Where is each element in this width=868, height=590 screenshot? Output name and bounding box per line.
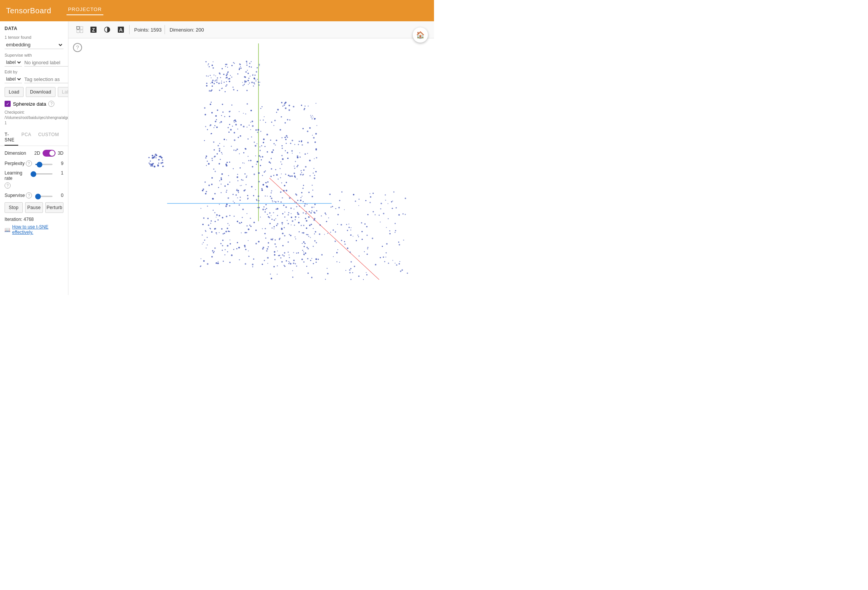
learning-rate-slider-wrap <box>30 170 53 176</box>
app-header: TensorBoard PROJECTOR <box>0 0 434 21</box>
embedding-select[interactable]: embedding <box>5 41 63 49</box>
text-label-icon[interactable]: A <box>116 24 126 35</box>
perplexity-slider[interactable] <box>35 164 53 165</box>
supervise-control: Supervise ? 0 <box>5 192 63 198</box>
tab-custom[interactable]: CUSTOM <box>38 130 63 146</box>
supervise-help-icon[interactable]: ? <box>26 192 32 198</box>
perturb-button[interactable]: Perturb <box>45 202 63 213</box>
supervise-select[interactable]: label <box>5 59 22 67</box>
svg-text:A: A <box>119 27 123 33</box>
night-mode-icon[interactable]: Z <box>88 24 99 35</box>
dimension-toggle[interactable] <box>43 150 55 157</box>
toggle-knob <box>49 151 55 156</box>
points-info: Points: 1593 <box>134 27 162 33</box>
learning-rate-control: Learning rate ? 1 <box>5 170 63 189</box>
dimension-info: Dimension: 200 <box>169 27 204 33</box>
supervise-tsne-value: 0 <box>56 193 63 198</box>
sphereize-checkbox[interactable]: ✓ <box>5 101 11 107</box>
learning-rate-value: 1 <box>56 170 63 176</box>
perplexity-value: 9 <box>56 161 63 166</box>
help-link-text[interactable]: How to use t-SNE effectively. <box>12 224 63 235</box>
canvas-area[interactable]: ? <box>68 38 434 292</box>
book-icon: 📖 <box>5 227 10 232</box>
toolbar: Z A Points: 1593 Dimension: 200 <box>68 21 434 38</box>
dimension-label: Dimension <box>5 151 34 156</box>
svg-text:Z: Z <box>92 27 95 33</box>
svg-rect-3 <box>80 30 83 33</box>
supervise-slider[interactable] <box>35 196 53 197</box>
main-area: Z A Points: 1593 Dimension: 200 <box>68 21 434 295</box>
checkpoint-text: Checkpoint: /Volumes/root/baidu/qec/shen… <box>5 110 63 126</box>
perplexity-label-row: Perplexity ? <box>5 160 32 167</box>
stop-button[interactable]: Stop <box>5 202 23 213</box>
half-circle-icon[interactable] <box>102 24 112 35</box>
tsne-help-link[interactable]: 📖 How to use t-SNE effectively. <box>5 224 63 235</box>
svg-rect-1 <box>80 27 83 29</box>
perplexity-slider-wrap <box>35 161 53 166</box>
sidebar: DATA 1 tensor found embedding Supervise … <box>0 21 68 295</box>
learning-rate-slider[interactable] <box>30 173 53 174</box>
perplexity-control: Perplexity ? 9 <box>5 160 63 167</box>
sphereize-label: Sphereize data <box>13 101 46 107</box>
toolbar-divider <box>129 25 130 34</box>
perplexity-help-icon[interactable]: ? <box>26 160 32 167</box>
supervise-tsne-label-row: Supervise ? <box>5 192 32 198</box>
edit-by-label: Edit by <box>5 70 63 74</box>
home-button[interactable]: 🏠 <box>413 27 428 43</box>
learning-rate-label-row: Learning rate ? <box>5 170 27 189</box>
tsne-action-buttons: Stop Pause Perturb <box>5 202 63 213</box>
app-title: TensorBoard <box>6 6 51 15</box>
download-button[interactable]: Download <box>26 87 55 97</box>
selection-box-icon[interactable] <box>74 24 85 35</box>
scatter-plot[interactable] <box>68 38 434 292</box>
edit-by-select[interactable]: label <box>5 75 22 83</box>
label-button[interactable]: Label <box>58 87 68 97</box>
canvas-help-icon[interactable]: ? <box>73 43 82 52</box>
checkpoint-label: Checkpoint: <box>5 110 25 114</box>
learning-rate-help-icon[interactable]: ? <box>5 182 11 189</box>
toolbar-divider2 <box>165 25 165 34</box>
tag-selection-input[interactable] <box>24 76 68 83</box>
main-layout: DATA 1 tensor found embedding Supervise … <box>0 21 434 295</box>
checkpoint-path: /Volumes/root/baidu/qec/shengna/algorith… <box>5 116 68 125</box>
perplexity-label: Perplexity <box>5 161 25 166</box>
sphereize-help-icon[interactable]: ? <box>48 101 54 107</box>
supervise-with-label: Supervise with <box>5 53 63 57</box>
tensor-found-label: 1 tensor found <box>5 35 63 40</box>
learning-rate-label: Learning rate <box>5 170 27 181</box>
tab-projector[interactable]: PROJECTOR <box>67 6 103 15</box>
supervise-tsne-label: Supervise <box>5 193 25 198</box>
dim-2d-label: 2D <box>34 151 40 156</box>
iteration-text: Iteration: 4768 <box>5 217 63 222</box>
supervise-slider-wrap <box>35 193 53 198</box>
tab-pca[interactable]: PCA <box>21 130 35 146</box>
dim-3d-label: 3D <box>58 151 63 156</box>
data-buttons: Load Download Label <box>5 87 63 97</box>
pause-button[interactable]: Pause <box>25 202 43 213</box>
dimension-toggle-row: 2D 3D <box>34 150 63 157</box>
data-section-title: DATA <box>5 26 63 31</box>
tab-tsne[interactable]: T-SNE <box>5 130 18 146</box>
dimension-control: Dimension 2D 3D <box>5 150 63 157</box>
svg-rect-0 <box>77 27 79 29</box>
sphereize-row: ✓ Sphereize data ? <box>5 101 63 107</box>
algorithm-tabs: T-SNE PCA CUSTOM <box>0 130 68 146</box>
load-button[interactable]: Load <box>5 87 24 97</box>
svg-rect-2 <box>77 30 79 33</box>
no-ignored-label-input[interactable] <box>24 59 68 67</box>
